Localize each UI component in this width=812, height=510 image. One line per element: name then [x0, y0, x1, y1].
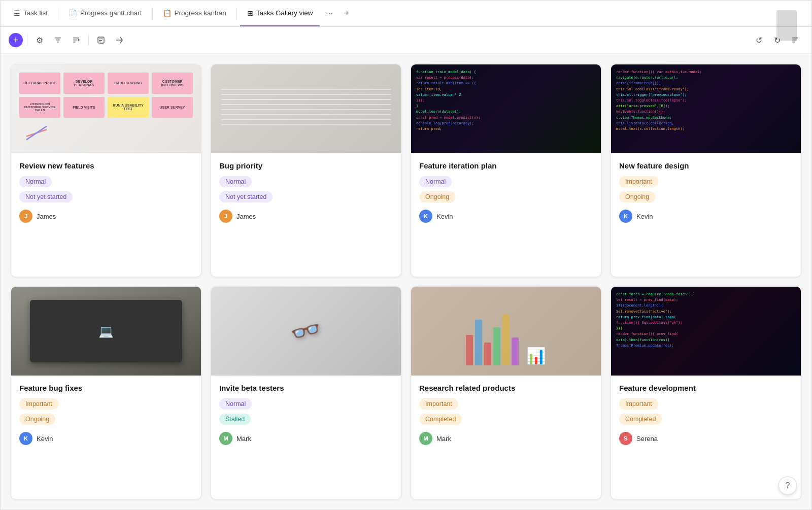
priority-tag: Important [619, 176, 658, 187]
card-feature-development[interactable]: const fetch = require('node-fetch'); let… [611, 286, 801, 499]
assignee-name: Kevin [37, 435, 53, 443]
card-title: Feature iteration plan [419, 161, 593, 170]
svg-rect-4 [73, 40, 77, 41]
assignee-name: Kevin [436, 213, 453, 220]
priority-tag: Important [619, 398, 658, 410]
toolbar-divider-2 [88, 35, 89, 46]
template-button[interactable] [93, 32, 109, 48]
card-invite-beta-testers[interactable]: 👓 Invite beta testers Normal Stalled M M… [211, 286, 401, 499]
svg-rect-3 [73, 38, 79, 39]
task-list-icon: ☰ [14, 9, 20, 17]
card-avatar: M Mark [419, 432, 593, 445]
card-body: Invite beta testers Normal Stalled M Mar… [211, 376, 401, 499]
avatar-circle: K [19, 432, 32, 445]
tab-add-button[interactable]: + [339, 5, 355, 22]
card-avatar: S Serena [619, 432, 793, 445]
card-research-related-products[interactable]: 📊 Research related products Important Co… [411, 286, 601, 499]
assignee-name: Mark [236, 435, 251, 443]
status-tag: Ongoing [19, 414, 55, 425]
assignee-name: James [37, 213, 56, 220]
gallery-icon: ⊞ [247, 9, 253, 17]
tab-progress-gantt[interactable]: 📄 Progress gantt chart [61, 1, 149, 26]
assignee-name: Kevin [636, 213, 653, 220]
card-avatar: J James [219, 210, 393, 223]
assignee-name: James [236, 213, 256, 220]
card-tags: Normal Ongoing [419, 176, 593, 202]
card-tags: Important Ongoing [619, 176, 793, 202]
card-review-new-features[interactable]: CULTURAL PROBE DEVELOP PERSONAS CARD SOR… [11, 64, 201, 277]
tab-progress-kanban[interactable]: 📋 Progress kanban [156, 1, 233, 26]
card-title: Feature bug fixes [19, 384, 193, 392]
svg-rect-13 [792, 42, 795, 42]
kanban-icon: 📋 [163, 9, 172, 17]
card-image: const fetch = require('node-fetch'); let… [611, 287, 801, 376]
tab-progress-gantt-label: Progress gantt chart [80, 9, 142, 17]
help-button[interactable]: ? [779, 477, 797, 495]
avatar-circle: M [219, 432, 232, 445]
svg-rect-5 [73, 42, 76, 43]
priority-tag: Normal [219, 176, 252, 187]
status-tag: Completed [419, 414, 462, 425]
card-bug-priority[interactable]: Bug priority Normal Not yet started J Ja… [211, 64, 401, 277]
card-image: function train_model(data) { var result … [411, 64, 601, 153]
assignee-name: Mark [436, 435, 451, 443]
tab-tasks-gallery[interactable]: ⊞ Tasks Gallery view [240, 1, 320, 26]
avatar-circle: J [219, 210, 232, 223]
sort-button[interactable] [68, 32, 84, 48]
card-title: Review new features [19, 161, 193, 170]
filter-button[interactable] [50, 32, 66, 48]
card-body: Feature development Important Completed … [611, 376, 801, 499]
status-tag: Stalled [219, 414, 251, 425]
priority-tag: Normal [419, 176, 452, 187]
filter-icon [54, 36, 62, 44]
tab-task-list[interactable]: ☰ Task list [7, 1, 55, 26]
tab-divider-1 [58, 8, 58, 20]
card-image: render:function(){ var e=this,t=e.model;… [611, 64, 801, 153]
card-tags: Important Completed [419, 398, 593, 425]
assignee-name: Serena [636, 435, 658, 443]
priority-tag: Normal [219, 398, 252, 410]
card-tags: Normal Not yet started [219, 176, 393, 202]
svg-rect-1 [56, 40, 60, 41]
card-body: Bug priority Normal Not yet started J Ja… [211, 153, 401, 277]
card-image: CULTURAL PROBE DEVELOP PERSONAS CARD SOR… [11, 64, 201, 153]
gallery-grid: CULTURAL PROBE DEVELOP PERSONAS CARD SOR… [1, 54, 811, 509]
card-image: 💻 [11, 287, 201, 376]
svg-rect-2 [57, 42, 59, 43]
template-icon [97, 36, 105, 44]
card-new-feature-design[interactable]: render:function(){ var e=this,t=e.model;… [611, 64, 801, 277]
card-tags: Important Completed [619, 398, 793, 425]
card-feature-iteration-plan[interactable]: function train_model(data) { var result … [411, 64, 601, 277]
tab-tasks-gallery-label: Tasks Gallery view [256, 9, 313, 17]
card-image: 👓 [211, 287, 401, 376]
avatar-circle: M [419, 432, 432, 445]
avatar-circle: S [619, 432, 632, 445]
card-tags: Normal Stalled [219, 398, 393, 425]
status-tag: Ongoing [419, 191, 455, 202]
tab-task-list-label: Task list [23, 9, 48, 17]
share-button[interactable] [111, 32, 127, 48]
gantt-icon: 📄 [69, 9, 77, 17]
svg-rect-8 [99, 39, 103, 39]
settings-button[interactable]: ⚙ [31, 32, 48, 48]
card-body: Review new features Normal Not yet start… [11, 153, 201, 277]
card-feature-bug-fixes[interactable]: 💻 Feature bug fixes Important Ongoing K … [11, 286, 201, 499]
card-title: Bug priority [219, 161, 393, 170]
svg-rect-10 [99, 42, 101, 42]
svg-line-15 [26, 126, 47, 140]
add-button[interactable]: + [9, 33, 23, 47]
card-tags: Normal Not yet started [19, 176, 193, 202]
tab-more-button[interactable]: ⋯ [322, 7, 337, 21]
tab-divider-2 [152, 8, 153, 20]
priority-tag: Important [19, 398, 58, 410]
card-image: 📊 [411, 287, 601, 376]
card-avatar: J James [19, 210, 193, 223]
svg-rect-9 [99, 40, 102, 41]
card-body: Research related products Important Comp… [411, 376, 601, 499]
share-icon [115, 36, 123, 44]
avatar-circle: J [19, 210, 32, 223]
tab-progress-kanban-label: Progress kanban [175, 9, 226, 17]
tab-bar: ☰ Task list 📄 Progress gantt chart 📋 Pro… [1, 1, 811, 27]
undo-button[interactable]: ↺ [751, 32, 767, 48]
status-tag: Not yet started [19, 191, 73, 202]
